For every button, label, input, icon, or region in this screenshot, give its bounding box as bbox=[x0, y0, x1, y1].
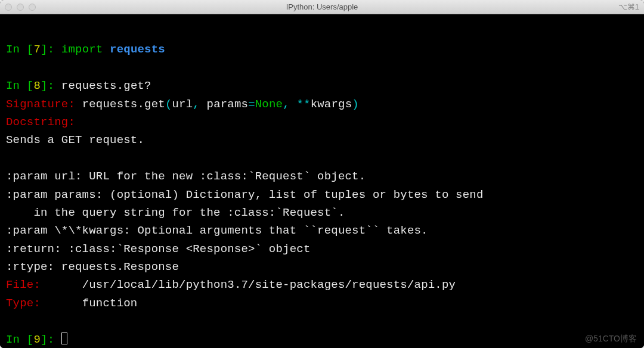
prompt-line: In [8]: requests.get? bbox=[6, 79, 151, 92]
prompt-num: 9 bbox=[33, 333, 41, 346]
prompt-in: In bbox=[6, 43, 20, 56]
import-keyword: import bbox=[61, 43, 103, 56]
file-path: /usr/local/lib/python3.7/site-packages/r… bbox=[82, 278, 456, 291]
window-title: IPython: Users/apple bbox=[286, 2, 358, 11]
prompt-line: In [7]: import requests bbox=[6, 43, 165, 56]
doc-text: :param \*\*kwargs: Optional arguments th… bbox=[6, 224, 428, 237]
window-controls bbox=[5, 4, 36, 11]
code-input: requests.get? bbox=[61, 79, 151, 92]
file-line: File: /usr/local/lib/python3.7/site-pack… bbox=[6, 278, 456, 291]
file-label: File: bbox=[6, 278, 41, 291]
doc-text: :rtype: requests.Response bbox=[6, 260, 179, 274]
doc-text: Sends a GET request. bbox=[6, 133, 144, 147]
shortcut-hint: ⌥⌘1 bbox=[618, 2, 639, 11]
prompt-line[interactable]: In [9]: bbox=[6, 333, 67, 346]
cursor-icon bbox=[61, 333, 67, 344]
module-name: requests bbox=[110, 43, 165, 56]
type-label: Type: bbox=[6, 297, 41, 310]
terminal-window: IPython: Users/apple ⌥⌘1 In [7]: import … bbox=[0, 0, 644, 348]
signature-line: Signature: requests.get(url, params=None… bbox=[6, 98, 359, 111]
prompt-num: 7 bbox=[33, 43, 41, 56]
type-value: function bbox=[82, 297, 138, 310]
doc-text: :param url: URL for the new :class:`Requ… bbox=[6, 170, 366, 183]
docstring-label: Docstring: bbox=[6, 116, 75, 129]
terminal-body[interactable]: In [7]: import requests In [8]: requests… bbox=[0, 14, 644, 348]
close-icon[interactable] bbox=[5, 4, 12, 11]
maximize-icon[interactable] bbox=[29, 4, 36, 11]
type-line: Type: function bbox=[6, 297, 137, 310]
prompt-num: 8 bbox=[33, 79, 41, 92]
doc-text: :param params: (optional) Dictionary, li… bbox=[6, 188, 484, 201]
prompt-in: In bbox=[6, 79, 20, 92]
doc-text: :return: :class:`Response <Response>` ob… bbox=[6, 243, 310, 256]
doc-text: in the query string for the :class:`Requ… bbox=[6, 206, 345, 219]
prompt-in: In bbox=[6, 333, 20, 346]
signature-label: Signature: bbox=[6, 98, 75, 111]
minimize-icon[interactable] bbox=[17, 4, 24, 11]
titlebar[interactable]: IPython: Users/apple ⌥⌘1 bbox=[0, 0, 644, 14]
watermark: @51CTO博客 bbox=[585, 334, 637, 344]
